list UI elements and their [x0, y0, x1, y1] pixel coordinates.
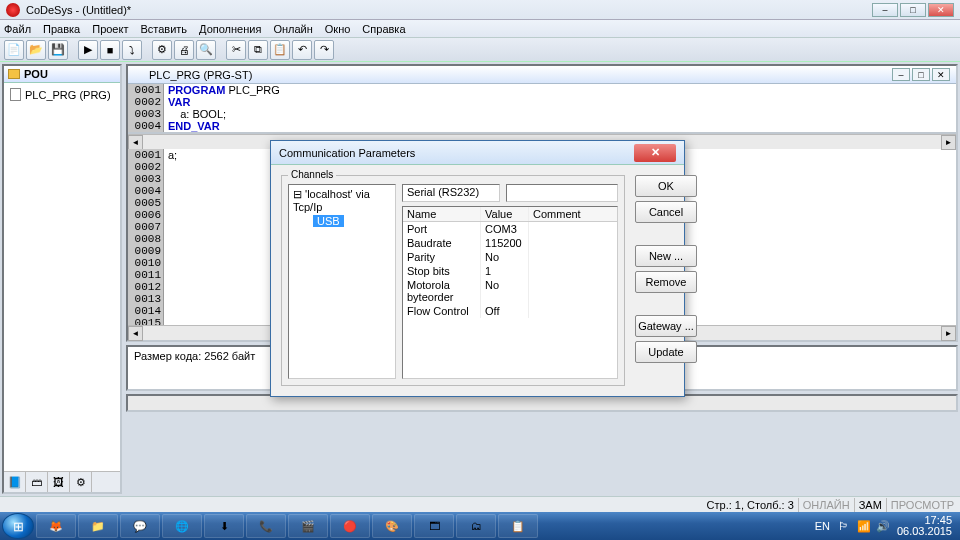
task-explorer[interactable]: 📁 [78, 514, 118, 538]
editor-close[interactable]: ✕ [932, 68, 950, 81]
menu-insert[interactable]: Вставить [140, 23, 187, 35]
tray-flag-icon[interactable]: 🏳 [838, 520, 851, 533]
menu-help[interactable]: Справка [362, 23, 405, 35]
tray-vol-icon[interactable]: 🔊 [876, 520, 889, 533]
editor-max[interactable]: □ [912, 68, 930, 81]
toolbar: 📄 📂 💾 ▶ ■ ⤵ ⚙ 🖨 🔍 ✂ ⧉ 📋 ↶ ↷ [0, 38, 960, 62]
tb-step[interactable]: ⤵ [122, 40, 142, 60]
status-view: ПРОСМОТР [891, 499, 960, 511]
task-utorrent[interactable]: ⬇ [204, 514, 244, 538]
menu-edit[interactable]: Правка [43, 23, 80, 35]
task-media[interactable]: 🎬 [288, 514, 328, 538]
param-row[interactable]: PortCOM3 [403, 222, 617, 236]
ok-button[interactable]: OK [635, 175, 697, 197]
param-row[interactable]: Baudrate115200 [403, 236, 617, 250]
conn-type-field[interactable]: Serial (RS232) [402, 184, 500, 202]
tab-vis[interactable]: 🖼 [48, 472, 70, 492]
tb-copy[interactable]: ⧉ [248, 40, 268, 60]
start-button[interactable]: ⊞ [2, 513, 34, 539]
status-overwrite: ЗАМ [859, 499, 882, 511]
task-skype[interactable]: 📞 [246, 514, 286, 538]
tb-new[interactable]: 📄 [4, 40, 24, 60]
tab-pou[interactable]: 📘 [4, 472, 26, 492]
param-row[interactable]: Flow ControlOff [403, 304, 617, 318]
tray-net-icon[interactable]: 📶 [857, 520, 870, 533]
task-app3[interactable]: 📋 [498, 514, 538, 538]
clock[interactable]: 17:45 06.03.2015 [897, 515, 952, 537]
tray-icons[interactable]: 🏳 📶 🔊 [838, 520, 889, 533]
doc-icon [10, 88, 21, 101]
status-online: ОНЛАЙН [803, 499, 850, 511]
title-bar: CoDeSys - (Untitled)* – □ ✕ [0, 0, 960, 20]
maximize-button[interactable]: □ [900, 3, 926, 17]
gateway-button[interactable]: Gateway ... [635, 315, 697, 337]
tb-save[interactable]: 💾 [48, 40, 68, 60]
tb-redo[interactable]: ↷ [314, 40, 334, 60]
param-row[interactable]: Motorola byteorderNo [403, 278, 617, 304]
menu-window[interactable]: Окно [325, 23, 351, 35]
task-chrome[interactable]: 🌐 [162, 514, 202, 538]
tb-build[interactable]: ⚙ [152, 40, 172, 60]
channels-tree[interactable]: ⊟ 'localhost' via Tcp/Ip USB [288, 184, 396, 379]
declaration-section[interactable]: 0001PROGRAM PLC_PRG 0002VAR 0003 a: BOOL… [128, 84, 956, 134]
task-app1[interactable]: 🗔 [414, 514, 454, 538]
task-app2[interactable]: 🗂 [456, 514, 496, 538]
tb-find[interactable]: 🔍 [196, 40, 216, 60]
channels-fieldset: Channels ⊟ 'localhost' via Tcp/Ip USB Se… [281, 175, 625, 386]
menu-project[interactable]: Проект [92, 23, 128, 35]
build-message: Размер кода: 2562 байт [134, 350, 255, 362]
update-button[interactable]: Update [635, 341, 697, 363]
tb-cut[interactable]: ✂ [226, 40, 246, 60]
tree-item-label: PLC_PRG (PRG) [25, 89, 111, 101]
dialog-title-bar[interactable]: Communication Parameters ✕ [271, 141, 684, 165]
params-grid[interactable]: Name Value Comment PortCOM3Baudrate11520… [402, 206, 618, 379]
channels-legend: Channels [288, 169, 336, 180]
col-name: Name [403, 207, 481, 221]
task-paint[interactable]: 🎨 [372, 514, 412, 538]
comm-params-dialog: Communication Parameters ✕ Channels ⊟ 'l… [270, 140, 685, 397]
tb-paste[interactable]: 📋 [270, 40, 290, 60]
lang-indicator[interactable]: EN [815, 520, 830, 532]
editor-icon [134, 69, 145, 80]
tb-stop[interactable]: ■ [100, 40, 120, 60]
channel-root[interactable]: ⊟ 'localhost' via Tcp/Ip [291, 187, 393, 214]
menu-extras[interactable]: Дополнения [199, 23, 261, 35]
task-codesys[interactable]: 🔴 [330, 514, 370, 538]
app-icon [6, 3, 20, 17]
tab-res[interactable]: ⚙ [70, 472, 92, 492]
tb-print[interactable]: 🖨 [174, 40, 194, 60]
task-viber[interactable]: 💬 [120, 514, 160, 538]
tb-undo[interactable]: ↶ [292, 40, 312, 60]
menu-online[interactable]: Онлайн [273, 23, 312, 35]
minimize-button[interactable]: – [872, 3, 898, 17]
tree-tab-label: POU [24, 68, 48, 80]
remove-button[interactable]: Remove [635, 271, 697, 293]
close-button[interactable]: ✕ [928, 3, 954, 17]
tree-item-plcprg[interactable]: PLC_PRG (PRG) [8, 87, 116, 102]
tree-header[interactable]: POU [4, 66, 120, 83]
param-row[interactable]: ParityNo [403, 250, 617, 264]
dialog-close-button[interactable]: ✕ [634, 144, 676, 162]
menu-bar: Файл Правка Проект Вставить Дополнения О… [0, 20, 960, 38]
editor-min[interactable]: – [892, 68, 910, 81]
menu-file[interactable]: Файл [4, 23, 31, 35]
col-comment: Comment [529, 207, 617, 221]
editor-title: PLC_PRG (PRG-ST) [149, 69, 252, 81]
param-row[interactable]: Stop bits1 [403, 264, 617, 278]
col-value: Value [481, 207, 529, 221]
cursor-pos: Стр.: 1, Столб.: 3 [707, 499, 794, 511]
clock-date: 06.03.2015 [897, 526, 952, 537]
window-title: CoDeSys - (Untitled)* [26, 4, 131, 16]
channel-usb[interactable]: USB [291, 214, 393, 228]
task-firefox[interactable]: 🦊 [36, 514, 76, 538]
cancel-button[interactable]: Cancel [635, 201, 697, 223]
tb-run[interactable]: ▶ [78, 40, 98, 60]
tb-open[interactable]: 📂 [26, 40, 46, 60]
conn-name-field[interactable] [506, 184, 618, 202]
status-bar: Стр.: 1, Столб.: 3 ОНЛАЙН ЗАМ ПРОСМОТР [0, 496, 960, 512]
tab-data[interactable]: 🗃 [26, 472, 48, 492]
dialog-title: Communication Parameters [279, 147, 415, 159]
new-button[interactable]: New ... [635, 245, 697, 267]
taskbar: ⊞ 🦊 📁 💬 🌐 ⬇ 📞 🎬 🔴 🎨 🗔 🗂 📋 EN 🏳 📶 🔊 17:45… [0, 512, 960, 540]
tree-category-tabs: 📘 🗃 🖼 ⚙ [4, 471, 120, 492]
